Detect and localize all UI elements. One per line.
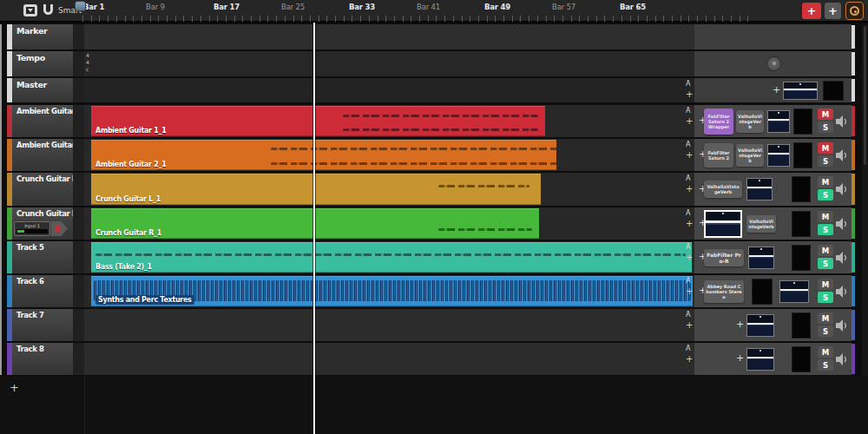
volume-fader[interactable] bbox=[746, 348, 774, 371]
monitor-speaker-icon[interactable] bbox=[835, 182, 849, 196]
add-button[interactable]: + bbox=[825, 3, 841, 19]
volume-fader-selected[interactable] bbox=[704, 210, 742, 238]
solo-button[interactable]: S bbox=[818, 189, 833, 201]
marker-lane[interactable] bbox=[84, 24, 694, 49]
audio-clip[interactable]: Crunch Guitar L_1 bbox=[91, 174, 541, 205]
track-row: Track 7 A + + M S bbox=[0, 309, 868, 342]
automation-button[interactable]: A bbox=[686, 311, 690, 319]
automation-add[interactable]: + bbox=[686, 354, 693, 364]
monitor-speaker-icon[interactable] bbox=[835, 217, 849, 231]
automation-button[interactable]: A bbox=[686, 277, 690, 285]
volume-fader[interactable] bbox=[779, 280, 809, 303]
playhead-line[interactable] bbox=[313, 23, 315, 434]
solo-button[interactable]: S bbox=[818, 155, 833, 167]
vertical-scrollbar[interactable] bbox=[862, 24, 868, 376]
mute-button[interactable]: M bbox=[818, 279, 833, 290]
track-header[interactable]: Track 8 bbox=[12, 343, 73, 375]
mute-button[interactable]: M bbox=[818, 211, 833, 222]
plugin-slot[interactable]: FabFilter Saturn 2 bbox=[704, 143, 733, 168]
master-automation-button[interactable]: A bbox=[686, 80, 690, 88]
master-level-meter bbox=[823, 81, 844, 101]
plugin-slot[interactable]: Abbey Road Chambers Stereo bbox=[704, 280, 744, 303]
add-track-button[interactable]: + bbox=[10, 381, 19, 394]
volume-fader[interactable] bbox=[767, 110, 790, 133]
solo-button[interactable]: S bbox=[818, 292, 833, 303]
mute-button[interactable]: M bbox=[818, 108, 833, 120]
track-header[interactable]: Crunch Guitar L bbox=[12, 173, 73, 206]
track-header[interactable]: Ambient Guitars 2 bbox=[12, 139, 73, 171]
master-row-header[interactable]: Master bbox=[12, 78, 73, 102]
monitor-speaker-icon[interactable] bbox=[835, 251, 849, 265]
mute-button[interactable]: M bbox=[818, 176, 833, 187]
marker-row-header[interactable]: Marker bbox=[12, 24, 73, 49]
mute-button[interactable]: M bbox=[818, 245, 833, 256]
automation-button[interactable]: A bbox=[686, 243, 690, 251]
time-sig-numerator[interactable]: 4 bbox=[86, 52, 89, 58]
automation-add[interactable]: + bbox=[686, 150, 693, 160]
track-header[interactable]: Track 5 bbox=[12, 241, 73, 273]
solo-button[interactable]: S bbox=[818, 258, 833, 269]
automation-button[interactable]: A bbox=[686, 209, 690, 217]
master-lane[interactable] bbox=[84, 78, 694, 102]
tempo-lane[interactable] bbox=[84, 51, 694, 76]
export-icon[interactable] bbox=[23, 4, 37, 16]
tempo-row-header[interactable]: Tempo bbox=[12, 51, 73, 76]
monitor-speaker-icon[interactable] bbox=[835, 148, 849, 162]
tempo-knob[interactable] bbox=[766, 56, 781, 71]
mute-button[interactable]: M bbox=[818, 346, 833, 358]
automation-add[interactable]: + bbox=[686, 116, 693, 126]
scrollbar-thumb[interactable] bbox=[864, 26, 866, 165]
automation-button[interactable]: A bbox=[686, 174, 690, 182]
automation-button[interactable]: A bbox=[686, 345, 690, 352]
input-device-widget[interactable]: Input 1 bbox=[14, 221, 50, 236]
solo-button[interactable]: S bbox=[818, 122, 833, 133]
time-sig-denominator[interactable]: 4 bbox=[86, 59, 89, 65]
master-volume-fader[interactable] bbox=[783, 82, 818, 100]
monitor-speaker-icon[interactable] bbox=[835, 285, 849, 299]
monitor-speaker-icon[interactable] bbox=[835, 115, 849, 128]
plugin-slot[interactable]: ValhallaVintageVerb bbox=[746, 215, 776, 233]
automation-add[interactable]: + bbox=[686, 184, 693, 194]
metronome-dial-icon[interactable] bbox=[845, 2, 864, 20]
audio-clip[interactable]: Bass (Take 2)_1 bbox=[91, 242, 692, 273]
audio-clip[interactable]: Ambient Guitar 1_1 bbox=[91, 106, 545, 136]
volume-fader[interactable] bbox=[767, 144, 790, 167]
tempo-curve-label[interactable]: c bbox=[86, 66, 89, 72]
plugin-slot[interactable]: FabFilter Saturn 2 Wrapper bbox=[704, 108, 733, 135]
volume-fader[interactable] bbox=[746, 314, 774, 337]
solo-button[interactable]: S bbox=[818, 224, 833, 235]
track-header[interactable]: Track 7 bbox=[12, 309, 73, 341]
plugin-slot[interactable]: ValhallaVintageVerb bbox=[736, 144, 764, 167]
track-header[interactable]: Ambient Guitars 1 bbox=[12, 105, 73, 137]
plugin-slot[interactable]: ValhallaVintageVerb bbox=[704, 181, 742, 198]
solo-button[interactable]: S bbox=[818, 326, 833, 337]
monitor-speaker-icon[interactable] bbox=[835, 319, 849, 332]
automation-add[interactable]: + bbox=[686, 286, 693, 296]
playhead-thumb[interactable] bbox=[75, 1, 86, 11]
mute-button[interactable]: M bbox=[818, 312, 833, 324]
automation-add[interactable]: + bbox=[686, 219, 693, 228]
track-lane[interactable] bbox=[84, 309, 694, 341]
solo-button[interactable]: S bbox=[818, 359, 833, 371]
automation-button[interactable]: A bbox=[686, 141, 690, 148]
master-add-plugin-button[interactable]: + bbox=[773, 84, 780, 95]
mute-button[interactable]: M bbox=[818, 142, 833, 154]
audio-clip[interactable]: Synths and Perc Textures bbox=[91, 276, 693, 306]
monitor-speaker-icon[interactable] bbox=[835, 352, 849, 366]
track-header[interactable]: Track 6 bbox=[12, 275, 73, 307]
track-lane[interactable] bbox=[84, 343, 694, 375]
audio-clip[interactable]: Ambient Guitar 2_1 bbox=[91, 140, 556, 170]
automation-button[interactable]: A bbox=[686, 107, 690, 115]
volume-fader[interactable] bbox=[748, 247, 774, 269]
plugin-slot[interactable]: FabFilter Pro-R bbox=[704, 249, 744, 266]
plugin-slot[interactable]: ValhallaVintageVerb bbox=[736, 110, 764, 133]
add-clip-button[interactable]: + bbox=[802, 3, 821, 19]
add-plugin-button[interactable]: + bbox=[736, 319, 744, 330]
volume-fader[interactable] bbox=[746, 178, 773, 201]
master-automation-add[interactable]: + bbox=[686, 89, 693, 99]
add-plugin-button[interactable]: + bbox=[736, 352, 744, 364]
automation-add[interactable]: + bbox=[686, 253, 693, 262]
snap-magnet-icon[interactable] bbox=[43, 4, 53, 15]
automation-add[interactable]: + bbox=[686, 320, 693, 330]
audio-clip[interactable]: Crunch Guitar R_1 bbox=[91, 208, 539, 239]
